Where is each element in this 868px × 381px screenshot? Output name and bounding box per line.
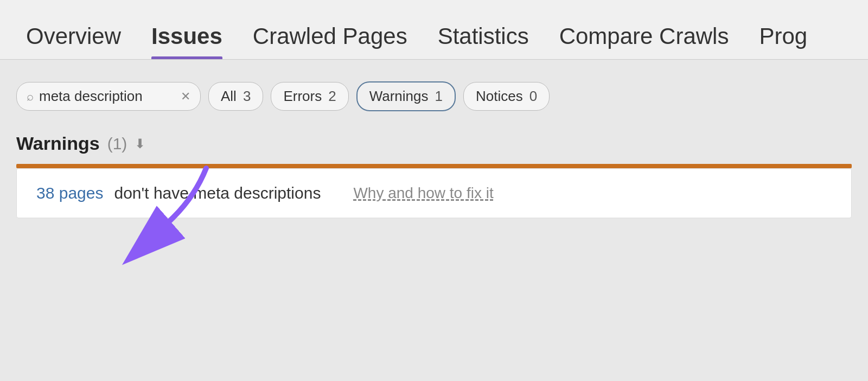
- search-icon: ⌕: [27, 90, 34, 104]
- filter-warnings-label: Warnings: [369, 88, 429, 105]
- warnings-title: Warnings: [16, 133, 100, 154]
- filter-notices-count: 0: [529, 88, 537, 105]
- tab-issues[interactable]: Issues: [136, 14, 238, 59]
- filter-warnings-count: 1: [435, 88, 442, 105]
- result-description: don't have meta descriptions: [114, 184, 321, 202]
- tab-issues-label: Issues: [151, 23, 222, 49]
- tab-compare-crawls-label: Compare Crawls: [559, 23, 729, 49]
- tab-crawled-pages-label: Crawled Pages: [253, 23, 407, 49]
- filter-notices-label: Notices: [476, 88, 523, 105]
- filter-errors-count: 2: [328, 88, 336, 105]
- result-row: 38 pages don't have meta descriptions Wh…: [16, 168, 852, 218]
- filter-errors-button[interactable]: Errors 2: [271, 82, 348, 111]
- export-icon[interactable]: ⬇: [135, 136, 145, 151]
- fix-link[interactable]: Why and how to fix it: [353, 185, 493, 202]
- tab-statistics[interactable]: Statistics: [423, 14, 544, 59]
- search-value: meta description: [39, 88, 175, 105]
- filter-warnings-button[interactable]: Warnings 1: [356, 81, 456, 111]
- main-content: ⌕ meta description ✕ All 3 Errors 2 Warn…: [0, 60, 868, 381]
- search-box[interactable]: ⌕ meta description ✕: [16, 82, 201, 111]
- tab-crawled-pages[interactable]: Crawled Pages: [238, 14, 423, 59]
- filter-all-count: 3: [243, 88, 251, 105]
- clear-search-button[interactable]: ✕: [181, 90, 190, 104]
- filter-errors-label: Errors: [283, 88, 322, 105]
- tab-prog-partial[interactable]: Prog: [744, 14, 822, 59]
- tab-overview-label: Overview: [26, 23, 121, 49]
- top-navigation: Overview Issues Crawled Pages Statistics…: [0, 0, 868, 60]
- filter-row: ⌕ meta description ✕ All 3 Errors 2 Warn…: [16, 81, 852, 111]
- tab-statistics-label: Statistics: [438, 23, 529, 49]
- filter-notices-button[interactable]: Notices 0: [463, 82, 550, 111]
- tab-compare-crawls[interactable]: Compare Crawls: [544, 14, 744, 59]
- filter-all-button[interactable]: All 3: [208, 82, 263, 111]
- warnings-divider: [16, 164, 852, 168]
- warnings-count: (1): [107, 135, 127, 153]
- tab-overview[interactable]: Overview: [11, 14, 136, 59]
- filter-all-label: All: [221, 88, 237, 105]
- pages-count-link[interactable]: 38 pages: [36, 184, 103, 202]
- tab-prog-label: Prog: [759, 23, 807, 49]
- warnings-section-header: Warnings (1) ⬇: [16, 133, 852, 154]
